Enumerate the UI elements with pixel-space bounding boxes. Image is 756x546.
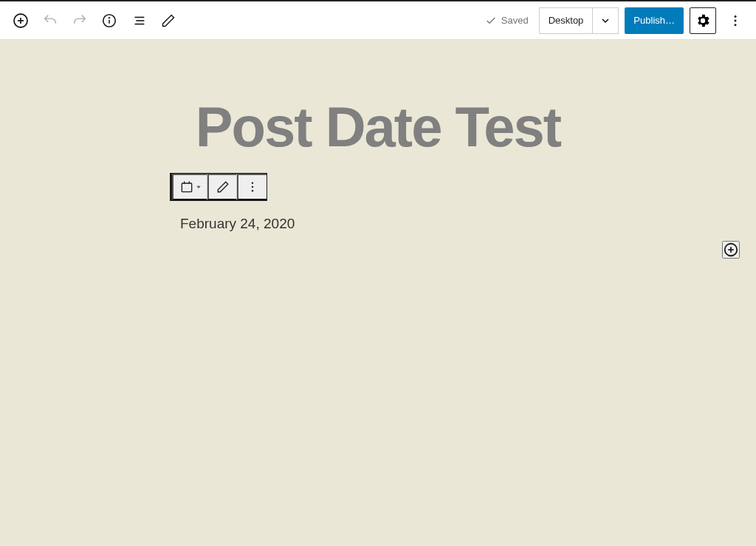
info-icon	[101, 13, 117, 29]
block-edit-button[interactable]	[207, 174, 237, 200]
redo-button[interactable]	[66, 7, 93, 34]
svg-point-17	[252, 186, 253, 188]
saved-status: Saved	[485, 15, 529, 27]
editor-canvas[interactable]: Post Date Test February 24	[0, 40, 756, 546]
svg-marker-15	[196, 186, 200, 188]
outline-button[interactable]	[126, 7, 152, 34]
add-block-inline-button[interactable]	[722, 241, 740, 259]
svg-point-9	[735, 15, 737, 17]
preview-dropdown-button[interactable]	[592, 7, 619, 34]
plus-circle-icon	[723, 242, 739, 258]
post-title[interactable]: Post Date Test	[164, 99, 592, 155]
settings-button[interactable]	[690, 7, 716, 34]
toolbar-left-group	[7, 7, 182, 34]
redo-icon	[72, 13, 88, 29]
publish-button[interactable]: Publish…	[625, 7, 684, 34]
check-icon	[485, 15, 497, 27]
more-vertical-icon	[728, 13, 743, 28]
pencil-icon	[216, 180, 230, 194]
edit-button[interactable]	[155, 7, 182, 34]
saved-label-text: Saved	[501, 15, 529, 26]
add-block-button[interactable]	[7, 7, 34, 34]
undo-icon	[42, 13, 58, 29]
svg-point-11	[735, 24, 737, 26]
editor-toolbar: Saved Desktop Publish…	[0, 1, 756, 40]
pencil-icon	[161, 13, 176, 28]
undo-button[interactable]	[37, 7, 63, 34]
toolbar-right-group: Saved Desktop Publish…	[485, 7, 749, 34]
block-type-button[interactable]	[172, 174, 207, 200]
date-block-icon	[179, 180, 194, 194]
more-options-button[interactable]	[722, 7, 749, 34]
preview-group: Desktop	[539, 7, 619, 34]
list-icon	[131, 13, 147, 29]
plus-circle-icon	[12, 12, 30, 30]
svg-rect-12	[182, 183, 191, 192]
svg-point-18	[252, 190, 253, 191]
block-more-button[interactable]	[237, 174, 267, 200]
info-button[interactable]	[96, 7, 123, 34]
svg-point-10	[735, 19, 737, 21]
chevron-down-icon	[599, 15, 611, 27]
content-area: Post Date Test February 24	[164, 40, 592, 232]
post-date-block[interactable]: February 24, 2020	[180, 216, 592, 232]
more-vertical-icon	[246, 180, 259, 194]
gear-icon	[695, 13, 711, 29]
svg-point-5	[109, 17, 110, 18]
preview-mode-button[interactable]: Desktop	[539, 7, 593, 34]
svg-point-16	[252, 182, 253, 184]
block-toolbar	[170, 173, 267, 201]
chevron-down-icon	[196, 184, 202, 190]
